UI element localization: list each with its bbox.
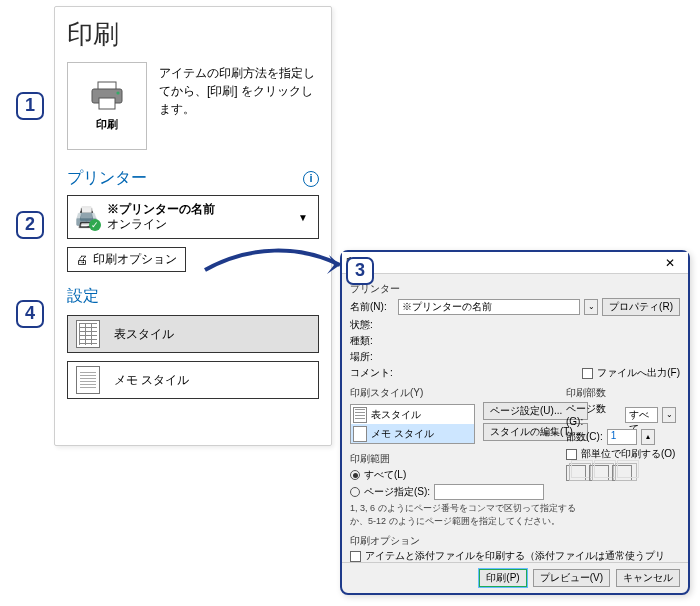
pages-combo[interactable]: すべて xyxy=(625,407,658,423)
options-group-label: 印刷オプション xyxy=(350,534,680,548)
svg-rect-2 xyxy=(99,98,115,109)
dialog-print-button[interactable]: 印刷(P) xyxy=(479,569,526,587)
chevron-down-icon: ▼ xyxy=(298,212,308,223)
copies-group-label: 印刷部数 xyxy=(566,386,676,400)
settings-section-heading: 設定 xyxy=(67,286,99,307)
copies-group: 印刷部数 ページ数(G): すべて ⌄ 部数(C): 1 ▴ 部単位で印刷する(… xyxy=(566,382,676,481)
copies-spinner[interactable]: 1 xyxy=(607,429,637,445)
comment-label: コメント: xyxy=(350,366,394,380)
pages-combo-btn[interactable]: ⌄ xyxy=(662,407,676,423)
printer-icon xyxy=(89,81,125,111)
print-options-label: 印刷オプション xyxy=(93,251,177,268)
dialog-titlebar: 印刷 ✕ xyxy=(342,252,688,274)
backstage-print-panel: 印刷 印刷 アイテムの印刷方法を指定してから、[印刷] をクリックします。 プリ… xyxy=(54,6,332,446)
cancel-button[interactable]: キャンセル xyxy=(616,569,680,587)
printer-name-input[interactable]: ※プリンターの名前 xyxy=(398,299,580,315)
list-style-table: 表スタイル xyxy=(371,408,421,422)
collate-checkbox[interactable] xyxy=(566,449,577,460)
print-button-tile[interactable]: 印刷 xyxy=(67,62,147,150)
type-label: 種類: xyxy=(350,334,394,348)
annotation-3: 3 xyxy=(346,257,374,285)
dialog-footer: 印刷(P) プレビュー(V) キャンセル xyxy=(342,562,688,593)
print-tile-label: 印刷 xyxy=(96,117,118,132)
preview-button[interactable]: プレビュー(V) xyxy=(533,569,610,587)
range-pages-radio[interactable] xyxy=(350,487,360,497)
range-hint: 1, 3, 6 のようにページ番号をコンマで区切って指定するか、5-12 のよう… xyxy=(350,502,580,528)
annotation-2: 2 xyxy=(16,211,44,239)
attach-checkbox[interactable] xyxy=(350,551,361,562)
to-file-checkbox[interactable] xyxy=(582,368,593,379)
annotation-1: 1 xyxy=(16,92,44,120)
collate-icon xyxy=(566,465,676,481)
range-all-label: すべて(L) xyxy=(364,468,406,482)
list-item: 表スタイル xyxy=(351,405,474,424)
style-memo-label: メモ スタイル xyxy=(114,372,189,389)
name-label: 名前(N): xyxy=(350,300,394,314)
dialog-title: 印刷 xyxy=(346,255,656,270)
to-file-label: ファイルへ出力(F) xyxy=(597,366,680,380)
svg-point-3 xyxy=(116,91,119,94)
printer-status: オンライン xyxy=(107,217,215,232)
style-table-label: 表スタイル xyxy=(114,326,174,343)
memo-style-icon xyxy=(76,366,100,394)
printer-small-icon: 🖨 xyxy=(76,253,88,267)
where-label: 場所: xyxy=(350,350,394,364)
status-label: 状態: xyxy=(350,318,394,332)
style-memo-row[interactable]: メモ スタイル xyxy=(67,361,319,399)
page-title: 印刷 xyxy=(67,17,319,52)
copies-spin-btn[interactable]: ▴ xyxy=(641,429,655,445)
info-icon[interactable]: i xyxy=(303,171,319,187)
list-item: メモ スタイル xyxy=(351,424,474,443)
print-options-button[interactable]: 🖨 印刷オプション xyxy=(67,247,186,272)
pages-label: ページ数(G): xyxy=(566,402,621,427)
memo-style-icon xyxy=(353,426,367,442)
range-pages-label: ページ指定(S): xyxy=(364,485,430,499)
list-style-memo: メモ スタイル xyxy=(371,427,434,441)
printer-name-combo[interactable]: ⌄ xyxy=(584,299,598,315)
annotation-4: 4 xyxy=(16,300,44,328)
printer-section-heading: プリンター xyxy=(67,168,147,189)
printer-group-label: プリンター xyxy=(350,282,680,296)
printer-status-icon: 🖨️✓ xyxy=(74,205,99,229)
close-icon[interactable]: ✕ xyxy=(656,256,684,270)
table-style-icon xyxy=(353,407,367,423)
style-listbox[interactable]: 表スタイル メモ スタイル xyxy=(350,404,475,444)
copies-label: 部数(C): xyxy=(566,430,603,444)
properties-button[interactable]: プロパティ(R) xyxy=(602,298,680,316)
range-pages-input[interactable] xyxy=(434,484,544,500)
print-dialog: 印刷 ✕ プリンター 名前(N): ※プリンターの名前 ⌄ プロパティ(R) 状… xyxy=(340,250,690,595)
table-style-icon xyxy=(76,320,100,348)
range-all-radio[interactable] xyxy=(350,470,360,480)
printer-name: ※プリンターの名前 xyxy=(107,202,215,217)
printer-dropdown[interactable]: 🖨️✓ ※プリンターの名前 オンライン ▼ xyxy=(67,195,319,239)
print-description: アイテムの印刷方法を指定してから、[印刷] をクリックします。 xyxy=(159,62,319,150)
collate-label: 部単位で印刷する(O) xyxy=(581,447,675,461)
style-table-row[interactable]: 表スタイル xyxy=(67,315,319,353)
attach-label: アイテムと添付ファイルを印刷する（添付ファイルは通常使うプリンターでのみ印刷され… xyxy=(365,550,665,562)
